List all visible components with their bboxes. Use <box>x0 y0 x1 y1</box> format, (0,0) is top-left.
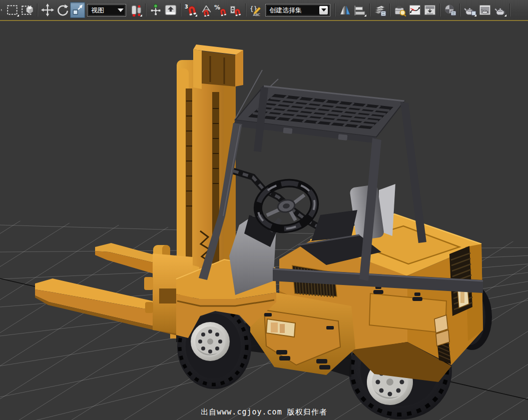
main-toolbar: 视图 3 <box>0 0 528 20</box>
angle-snap-toggle-icon[interactable] <box>198 2 213 18</box>
named-selection-sets-value: 创建选择集 <box>269 7 302 14</box>
select-object-icon[interactable] <box>1 2 5 18</box>
svg-text:%: % <box>214 4 220 11</box>
toolbox-graphite-icon[interactable] <box>392 2 407 18</box>
forklift-forks <box>35 243 199 338</box>
layer-manager-icon[interactable] <box>372 2 387 18</box>
toolbar-separator <box>37 4 38 16</box>
keyboard-shortcut-override-icon[interactable] <box>163 2 178 18</box>
render-setup-icon[interactable] <box>462 2 477 18</box>
mirror-icon[interactable] <box>337 2 352 18</box>
spinner-snap-toggle-icon[interactable] <box>228 2 243 18</box>
toolbar-separator <box>459 4 460 16</box>
forklift-model[interactable] <box>35 44 492 420</box>
toolbar-separator <box>334 4 335 16</box>
svg-text:3: 3 <box>185 4 188 10</box>
toolbar-separator <box>509 4 510 16</box>
percent-snap-toggle-icon[interactable]: % <box>213 2 228 18</box>
material-editor-icon[interactable] <box>442 2 457 18</box>
select-and-move-icon[interactable] <box>40 2 55 18</box>
chevron-down-icon <box>118 8 124 12</box>
toolbar-separator <box>369 4 370 16</box>
watermark-text: 出自www.cgjoy.com 版权归作者 <box>201 408 327 417</box>
reference-coordinate-system-value: 视图 <box>91 7 104 14</box>
window-crossing-icon[interactable] <box>20 2 35 18</box>
rendered-frame-window-icon[interactable] <box>477 2 492 18</box>
toolbar-separator <box>439 4 440 16</box>
toolbar-separator <box>145 4 146 16</box>
schematic-view-icon[interactable] <box>422 2 437 18</box>
select-and-rotate-icon[interactable] <box>55 2 70 18</box>
curve-editor-icon[interactable] <box>407 2 422 18</box>
chevron-down-icon <box>319 6 328 14</box>
perspective-viewport[interactable]: 出自www.cgjoy.com 版权归作者 <box>0 20 528 420</box>
use-pivot-point-center-icon[interactable] <box>128 2 143 18</box>
toolbar-separator <box>245 4 246 16</box>
select-and-manipulate-icon[interactable] <box>148 2 163 18</box>
toolbar-separator <box>180 4 181 16</box>
edit-named-selection-sets-icon[interactable]: {} ABC <box>248 2 263 18</box>
svg-text:ABC: ABC <box>253 12 261 16</box>
named-selection-sets-dropdown[interactable]: 创建选择集 <box>266 4 330 16</box>
align-icon[interactable] <box>352 2 367 18</box>
max-3d-app-window: { "toolbar": { "reference_coordinate_sys… <box>0 0 528 420</box>
snaps-toggle-3d-icon[interactable]: 3 <box>183 2 198 18</box>
viewport-canvas[interactable] <box>0 21 528 420</box>
rectangular-selection-region-icon[interactable] <box>5 2 20 18</box>
render-production-icon[interactable] <box>492 2 507 18</box>
select-and-uniform-scale-icon[interactable] <box>70 2 85 18</box>
reference-coordinate-system-dropdown[interactable]: 视图 <box>88 4 126 16</box>
toolbar-separator <box>389 4 390 16</box>
